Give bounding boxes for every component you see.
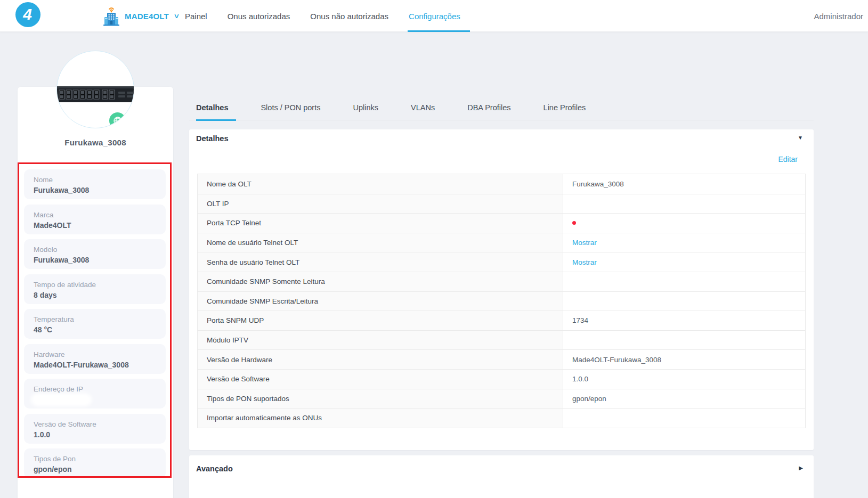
details-row-value-cell: 1.0.0: [563, 370, 805, 389]
details-row: Versão de Hardware Made4OLT-Furukawa_300…: [198, 349, 805, 369]
details-row-value: 1.0.0: [572, 375, 588, 383]
tab-label: DBA Profiles: [467, 103, 510, 112]
details-row: Tipos de PON suportados gpon/epon: [198, 389, 805, 409]
details-row-label: OLT IP: [198, 194, 563, 214]
tab-label: Line Profiles: [543, 103, 586, 112]
details-row-label: Importar automaticamente as ONUs: [198, 409, 563, 428]
details-row-value-cell: Made4OLT-Furukawa_3008: [563, 350, 805, 369]
details-row: Comunidade SNMP Escrita/Leitura: [198, 291, 805, 311]
info-item-label: Endereço de IP: [34, 384, 156, 394]
globe-status-badge: [108, 111, 127, 128]
details-row: Porta TCP Telnet: [198, 213, 805, 233]
nav-item-painel[interactable]: Painel: [185, 0, 207, 32]
nav-item-label: Onus não autorizadas: [310, 12, 388, 21]
details-row-label: Tipos de PON suportados: [198, 389, 563, 409]
details-row-value-cell: [563, 331, 805, 350]
details-row-label: Versão de Hardware: [198, 350, 563, 369]
olt-info-list: Nome Furukawa_3008 Marca Made4OLT Modelo…: [24, 169, 166, 478]
mostrar-link[interactable]: Mostrar: [572, 258, 597, 266]
info-item-label: Marca: [34, 210, 156, 220]
advanced-panel: Avançado ▶: [189, 455, 814, 498]
details-row-label: Porta TCP Telnet: [198, 214, 563, 233]
info-item-label: Temperatura: [34, 314, 156, 324]
info-item-value: Furukawa_3008: [34, 255, 156, 265]
mostrar-link[interactable]: Mostrar: [572, 239, 597, 247]
masked-password-dot: [572, 221, 576, 225]
tab-label: Slots / PON ports: [261, 103, 320, 112]
details-row-value-cell: [563, 214, 805, 233]
details-row-value-cell: Furukawa_3008: [563, 174, 805, 194]
details-row-value-cell: gpon/epon: [563, 389, 805, 409]
details-row-label: Porta SNPM UDP: [198, 311, 563, 330]
details-row-label: Versão de Software: [198, 370, 563, 389]
details-row: Nome da OLT Furukawa_3008: [198, 174, 805, 194]
olt-device-image: [56, 85, 134, 103]
details-row-label: Nome da OLT: [198, 174, 563, 194]
nav-item-onus-n-o-autorizadas[interactable]: Onus não autorizadas: [310, 0, 388, 32]
details-panel-title: Detalhes: [196, 134, 228, 143]
main-nav: PainelOnus autorizadasOnus não autorizad…: [185, 0, 460, 32]
settings-tabs: DetalhesSlots / PON portsUplinksVLANsDBA…: [189, 99, 814, 120]
tab-detalhes[interactable]: Detalhes: [196, 99, 228, 120]
tab-slots-pon-ports[interactable]: Slots / PON ports: [261, 99, 320, 120]
details-row-label: Comunidade SNMP Somente Leitura: [198, 272, 563, 291]
info-item-value: Made4OLT-Furukawa_3008: [34, 360, 156, 370]
details-row-value: Made4OLT-Furukawa_3008: [572, 356, 661, 364]
app-logo[interactable]: 4: [15, 2, 40, 27]
nav-item-onus-autorizadas[interactable]: Onus autorizadas: [228, 0, 290, 32]
advanced-panel-title: Avançado: [196, 464, 233, 473]
info-item-label: Tempo de atividade: [34, 280, 156, 290]
details-panel: Detalhes ▼ Editar Nome da OLT Furukawa_3…: [189, 129, 814, 450]
info-item-label: Nome: [34, 175, 156, 185]
olt-info-item: Tempo de atividade 8 days: [24, 274, 166, 304]
olt-avatar: [56, 51, 134, 128]
tab-label: Detalhes: [196, 103, 228, 112]
tab-uplinks[interactable]: Uplinks: [353, 99, 378, 120]
nav-item-label: Configurações: [409, 12, 460, 21]
details-row-value: gpon/epon: [572, 395, 606, 403]
details-row-value-cell: [563, 292, 805, 311]
details-row-value-cell: [563, 409, 805, 428]
info-item-value: 1.0.0: [34, 429, 156, 440]
details-row: Importar automaticamente as ONUs: [198, 408, 805, 428]
nav-item-configura-es[interactable]: Configurações: [409, 0, 460, 32]
olt-info-item: Nome Furukawa_3008: [24, 169, 166, 199]
tab-line-profiles[interactable]: Line Profiles: [543, 99, 586, 120]
tab-label: VLANs: [411, 103, 435, 112]
details-row-value-cell: [563, 272, 805, 291]
edit-link[interactable]: Editar: [778, 155, 798, 164]
building-icon: [102, 5, 120, 27]
info-item-value: Furukawa_3008: [34, 185, 156, 195]
olt-selector[interactable]: MADE4OLT ∨: [102, 0, 179, 32]
tab-dba-profiles[interactable]: DBA Profiles: [467, 99, 510, 120]
details-row-value: 1734: [572, 316, 588, 324]
details-row-value: Furukawa_3008: [572, 180, 624, 188]
info-item-label: Modelo: [34, 244, 156, 255]
nav-item-label: Onus autorizadas: [228, 12, 290, 21]
info-item-label: Versão de Software: [34, 419, 156, 429]
olt-info-item: Temperatura 48 °C: [24, 309, 166, 339]
details-row-label: Módulo IPTV: [198, 331, 563, 350]
page: 4 MADE4OLT ∨: [0, 0, 868, 498]
olt-selector-label: MADE4OLT: [125, 12, 169, 21]
olt-name-title: Furukawa_3008: [18, 138, 173, 147]
info-item-value: 8 days: [34, 290, 156, 300]
nav-item-label: Painel: [185, 12, 207, 21]
collapse-caret-icon[interactable]: ▼: [798, 135, 803, 141]
tab-label: Uplinks: [353, 103, 378, 112]
tab-vlans[interactable]: VLANs: [411, 99, 435, 120]
chevron-down-icon: ∨: [173, 12, 180, 20]
details-row: OLT IP: [198, 194, 805, 214]
top-navigation-bar: 4 MADE4OLT ∨: [0, 0, 868, 32]
info-item-label: Hardware: [34, 349, 156, 360]
user-name[interactable]: Administrador: [814, 0, 863, 32]
details-row: Nome de usuário Telnet OLT Mostrar: [198, 233, 805, 252]
olt-info-item: Modelo Furukawa_3008: [24, 239, 166, 269]
olt-info-item: Versão de Software 1.0.0: [24, 414, 166, 444]
details-row-label: Comunidade SNMP Escrita/Leitura: [198, 292, 563, 311]
details-row-value-cell: [563, 194, 805, 214]
olt-info-item: Endereço de IP: [24, 379, 166, 409]
details-row-value-cell: Mostrar: [563, 233, 805, 252]
expand-caret-icon[interactable]: ▶: [799, 465, 803, 471]
details-row: Módulo IPTV: [198, 330, 805, 350]
